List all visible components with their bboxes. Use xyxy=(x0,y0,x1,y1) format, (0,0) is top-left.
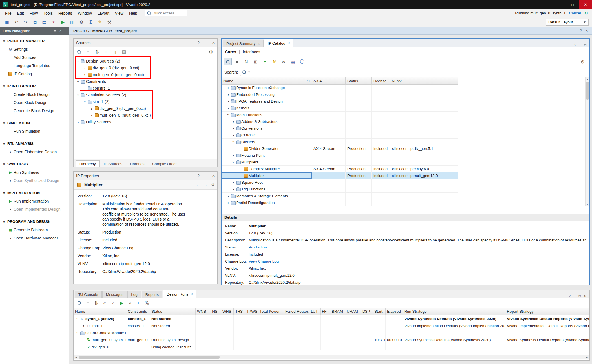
tab-close-icon[interactable]: × xyxy=(288,41,290,45)
section-chevron-icon[interactable] xyxy=(3,191,7,194)
bottom-tab[interactable]: Log xyxy=(127,291,141,298)
sources-tree-item[interactable]: div_gen_0 (div_gen_0.xci) xyxy=(74,105,217,112)
tree-expander-icon[interactable] xyxy=(226,106,231,110)
document-tab[interactable]: Project Summary × xyxy=(223,40,264,47)
close-icon[interactable]: ✕ xyxy=(584,294,587,298)
elaborate-icon[interactable]: Σ xyxy=(87,19,95,26)
section-chevron-icon[interactable] xyxy=(3,142,7,145)
help-icon[interactable]: ? xyxy=(198,41,200,45)
ip-catalog-row[interactable]: Divider Generator AXI4-Stream Production… xyxy=(222,145,458,152)
flow-navigator-row[interactable]: RTL ANALYSIS xyxy=(0,139,69,148)
redo-icon[interactable]: ↷ xyxy=(21,19,30,26)
minimize-button[interactable]: — xyxy=(553,0,566,9)
flow-navigator-row[interactable]: Language Templates xyxy=(0,61,69,70)
design-run-row[interactable]: impl_1 constrs_1 Not started xyxy=(74,322,589,329)
minimize-icon[interactable]: – xyxy=(574,294,576,298)
ip-catalog-search-input[interactable]: ▼ xyxy=(240,69,307,76)
ip-catalog-row[interactable]: Partial Reconfiguration xyxy=(222,199,458,206)
collapse-all-icon[interactable]: ≡ xyxy=(85,48,91,56)
tree-expander-icon[interactable] xyxy=(81,324,86,328)
sources-settings-gear-icon[interactable]: ⚙ xyxy=(207,48,215,56)
tree-expander-icon[interactable] xyxy=(231,119,236,124)
sources-tree-item[interactable]: div_gen_0 (div_gen_0.xci) xyxy=(74,65,217,71)
design-runs-column-header[interactable]: WHS xyxy=(221,308,234,315)
sources-tree-item[interactable]: mult_gen_0 (mult_gen_0.xci) xyxy=(74,71,217,78)
sources-tree-item[interactable]: sim_1 (2) xyxy=(74,98,217,105)
copy-icon[interactable]: ⧉ xyxy=(31,19,39,26)
sources-tree-item[interactable]: Constraints xyxy=(74,78,217,85)
ip-details-icon[interactable]: ⓘ xyxy=(298,58,306,65)
help-icon[interactable]: ? xyxy=(569,294,571,298)
sources-tab[interactable]: Libraries xyxy=(127,161,148,167)
design-runs-column-header[interactable]: Run Strategy xyxy=(403,308,505,315)
ip-catalog-row[interactable]: Square Root xyxy=(222,179,458,186)
tree-expander-icon[interactable] xyxy=(89,106,94,111)
ip-catalog-row[interactable]: Complex Multiplier AXI4-Stream Productio… xyxy=(222,166,458,172)
design-run-row[interactable]: div_gen_0 Using cached IP results xyxy=(74,343,589,350)
add-repository-icon[interactable]: + xyxy=(261,58,269,65)
tree-expander-icon[interactable] xyxy=(231,153,236,157)
undo-icon[interactable]: ↶ xyxy=(12,19,21,26)
ip-catalog-vertical-scrollbar[interactable]: ▲ ▼ xyxy=(585,77,589,206)
tree-expander-icon[interactable] xyxy=(231,180,236,185)
sources-tab[interactable]: Hierarchy xyxy=(76,160,100,167)
column-header-status[interactable]: Status xyxy=(346,77,372,84)
minimize-icon[interactable]: – xyxy=(202,174,204,178)
ip-catalog-row[interactable]: Multipliers xyxy=(222,159,458,166)
float-icon[interactable]: □ xyxy=(207,174,209,178)
design-run-row[interactable]: synth_1 (active) constrs_1 Not started xyxy=(74,315,589,322)
ip-catalog-row[interactable]: Trig Functions xyxy=(222,186,458,193)
create-runs-icon[interactable]: + xyxy=(135,299,142,307)
menu-item[interactable]: Help xyxy=(126,11,140,15)
tree-expander-icon[interactable] xyxy=(231,133,236,137)
help-icon[interactable]: ? xyxy=(59,29,61,33)
percentage-icon[interactable]: % xyxy=(143,299,150,307)
ip-catalog-row[interactable]: Floating Point xyxy=(222,152,458,159)
save-icon[interactable]: ▣ xyxy=(3,19,11,26)
bottom-tab[interactable]: Messages xyxy=(102,291,127,298)
paste-icon[interactable]: ▤ xyxy=(40,19,48,26)
expand-collapse-icon[interactable]: ⇅ xyxy=(242,58,250,65)
flow-navigator-row[interactable]: Open Synthesized Design xyxy=(0,176,69,185)
tree-expander-icon[interactable] xyxy=(231,187,236,191)
menu-item[interactable]: Edit xyxy=(14,11,27,15)
float-icon[interactable]: □ xyxy=(584,43,586,47)
design-runs-column-header[interactable]: LUT xyxy=(309,308,321,315)
bottom-tab[interactable]: Design Runs × xyxy=(163,290,196,298)
add-sources-icon[interactable]: + xyxy=(103,48,109,56)
group-view-icon[interactable]: ⊞ xyxy=(252,58,260,65)
tree-expander-icon[interactable] xyxy=(89,113,94,117)
ip-catalog-row[interactable]: Memories & Storage Elements xyxy=(222,193,458,199)
tree-expander-icon[interactable] xyxy=(83,100,87,104)
tree-expander-icon[interactable] xyxy=(226,201,231,205)
quick-access-input[interactable]: Quick Access xyxy=(145,10,187,16)
design-runs-column-header[interactable]: Elapsed xyxy=(386,308,403,315)
next-run-icon[interactable]: » xyxy=(127,299,133,307)
minimize-icon[interactable]: – xyxy=(579,43,581,47)
ip-catalog-settings-gear-icon[interactable]: ⚙ xyxy=(578,58,587,65)
design-runs-column-header[interactable]: URAM xyxy=(345,308,361,315)
search-icon[interactable] xyxy=(76,48,82,56)
flow-navigator-row[interactable]: Add Sources xyxy=(0,53,69,61)
settings-icon[interactable]: ⚙ xyxy=(77,19,86,26)
help-icon[interactable]: ? xyxy=(574,43,576,47)
minimize-panel-icon[interactable]: — xyxy=(63,29,67,33)
flow-navigator-row[interactable]: Create Block Design xyxy=(0,90,69,98)
menu-item[interactable]: Flow xyxy=(27,11,41,15)
first-run-icon[interactable]: « xyxy=(101,299,108,307)
next-object-icon[interactable]: → xyxy=(204,183,207,187)
flow-navigator-row[interactable]: Run Simulation xyxy=(0,127,69,135)
ip-catalog-row[interactable]: Math Functions xyxy=(222,112,458,118)
tab-close-icon[interactable]: × xyxy=(258,42,260,46)
design-runs-column-header[interactable]: Failed Routes xyxy=(284,308,309,315)
flow-navigator-row[interactable]: PROGRAM AND DEBUG xyxy=(0,217,69,226)
close-icon[interactable]: ✕ xyxy=(212,41,215,45)
scroll-left-icon[interactable]: ◀ xyxy=(74,356,78,359)
search-icon[interactable] xyxy=(224,58,232,65)
tree-expander-icon[interactable] xyxy=(76,93,80,97)
flow-navigator-row[interactable]: Open Elaborated Design xyxy=(0,148,69,156)
sources-tree-item[interactable]: constrs_1 xyxy=(74,85,217,92)
previous-run-icon[interactable]: ‹ xyxy=(110,299,116,307)
minimize-icon[interactable]: – xyxy=(202,41,204,45)
section-chevron-icon[interactable] xyxy=(3,163,7,166)
